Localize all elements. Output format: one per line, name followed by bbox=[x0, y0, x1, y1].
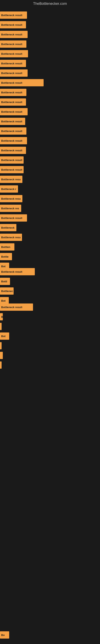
bar-item-30: Bottlenec bbox=[0, 288, 14, 295]
bar-label-23: Bottleneck bbox=[1, 226, 14, 229]
bar-item-38 bbox=[0, 362, 1, 369]
bar-label-9: Bottleneck result bbox=[1, 91, 22, 94]
bar-item-29: Bottl bbox=[0, 278, 10, 285]
bar-item-4: Bottleneck result bbox=[0, 40, 26, 48]
bar-item-23: Bottleneck bbox=[0, 224, 16, 231]
bar-label-12: Bottleneck result bbox=[1, 120, 22, 123]
bar-item-12: Bottleneck result bbox=[0, 118, 25, 125]
bar-label-18: Bottleneck resu bbox=[1, 178, 21, 181]
bar-label-5: Bottleneck result bbox=[1, 52, 22, 55]
bar-label-15: Bottleneck result bbox=[1, 149, 22, 152]
bar-label-39: Bo bbox=[1, 634, 4, 636]
bar-item-8: Bottleneck result bbox=[0, 79, 44, 86]
bar-item-16: Bottleneck result bbox=[0, 156, 24, 164]
bar-item-33: B bbox=[0, 313, 3, 320]
bar-label-1: Bottleneck result bbox=[1, 14, 22, 17]
bar-item-25: Bottten bbox=[0, 243, 14, 250]
bar-item-39: Bo bbox=[0, 631, 9, 638]
bar-label-20: Bottleneck resu bbox=[1, 197, 21, 200]
bar-label-17: Bottleneck result bbox=[1, 168, 22, 171]
bar-item-35: Bot bbox=[0, 332, 9, 340]
bar-item-1: Bottleneck result bbox=[0, 12, 27, 19]
bar-label-4: Bottleneck result bbox=[1, 43, 22, 46]
bar-label-26: Bottle bbox=[1, 255, 9, 258]
bar-label-11: Bottleneck result bbox=[1, 110, 22, 113]
bar-label-33: B bbox=[1, 315, 3, 318]
bar-item-24: Bottleneck resu bbox=[0, 234, 22, 241]
bar-label-21: Bottleneck res bbox=[1, 207, 19, 210]
bar-item-31: Bot bbox=[0, 297, 9, 304]
bar-item-14: Bottleneck result bbox=[0, 137, 27, 144]
bar-label-25: Bottten bbox=[1, 246, 10, 248]
bar-item-7: Bottleneck result bbox=[0, 70, 28, 77]
bar-label-27: Bot bbox=[1, 265, 6, 268]
bar-item-13: Bottleneck result bbox=[0, 128, 26, 135]
bar-item-5: Bottleneck result bbox=[0, 50, 28, 57]
bar-item-21: Bottleneck res bbox=[0, 205, 21, 212]
bar-item-17: Bottleneck result bbox=[0, 166, 24, 173]
bar-label-16: Bottleneck result bbox=[1, 158, 22, 162]
bar-item-20: Bottleneck resu bbox=[0, 195, 22, 202]
bar-label-29: Bottl bbox=[1, 280, 7, 283]
bar-item-2: Bottleneck result bbox=[0, 21, 26, 28]
bar-item-19: Bottleneck r bbox=[0, 185, 18, 192]
chart-container: Bottleneck resultBottleneck resultBottle… bbox=[0, 8, 100, 642]
bar-item-22: Bottleneck result bbox=[0, 214, 27, 222]
bar-label-10: Bottleneck result bbox=[1, 100, 22, 104]
bar-label-2: Bottleneck result bbox=[1, 23, 22, 26]
bar-label-22: Bottleneck result bbox=[1, 216, 22, 220]
bar-label-19: Bottleneck r bbox=[1, 188, 16, 190]
bar-label-14: Bottleneck result bbox=[1, 139, 22, 142]
bar-item-15: Bottleneck result bbox=[0, 147, 26, 154]
bar-label-24: Bottleneck resu bbox=[1, 236, 21, 239]
bar-item-11: Bottleneck result bbox=[0, 108, 28, 115]
bar-item-6: Bottleneck result bbox=[0, 60, 26, 67]
bar-item-3: Bottleneck result bbox=[0, 31, 28, 38]
bar-item-26: Bottle bbox=[0, 253, 12, 260]
bar-label-13: Bottleneck result bbox=[1, 130, 22, 132]
bar-label-32: Bottleneck result bbox=[1, 306, 22, 309]
bar-item-28: Bottleneck result bbox=[0, 268, 35, 275]
bar-item-18: Bottleneck resu bbox=[0, 176, 22, 183]
bar-label-28: Bottleneck result bbox=[1, 270, 22, 273]
bar-item-32: Bottleneck result bbox=[0, 304, 33, 311]
bar-item-9: Bottleneck result bbox=[0, 89, 26, 96]
bar-label-6: Bottleneck result bbox=[1, 62, 22, 65]
bar-label-7: Bottleneck result bbox=[1, 72, 22, 75]
bar-label-3: Bottleneck result bbox=[1, 33, 22, 36]
bar-item-37 bbox=[0, 352, 3, 359]
site-title: TheBottlenecker.com bbox=[0, 0, 100, 8]
bar-item-10: Bottleneck result bbox=[0, 98, 26, 106]
bar-label-35: Bot bbox=[1, 335, 6, 338]
bar-item-36 bbox=[0, 342, 1, 349]
bar-label-31: Bot bbox=[1, 299, 6, 302]
bar-item-34 bbox=[0, 323, 1, 330]
bar-label-8: Bottleneck result bbox=[1, 81, 22, 84]
bar-label-30: Bottlenec bbox=[1, 290, 13, 292]
